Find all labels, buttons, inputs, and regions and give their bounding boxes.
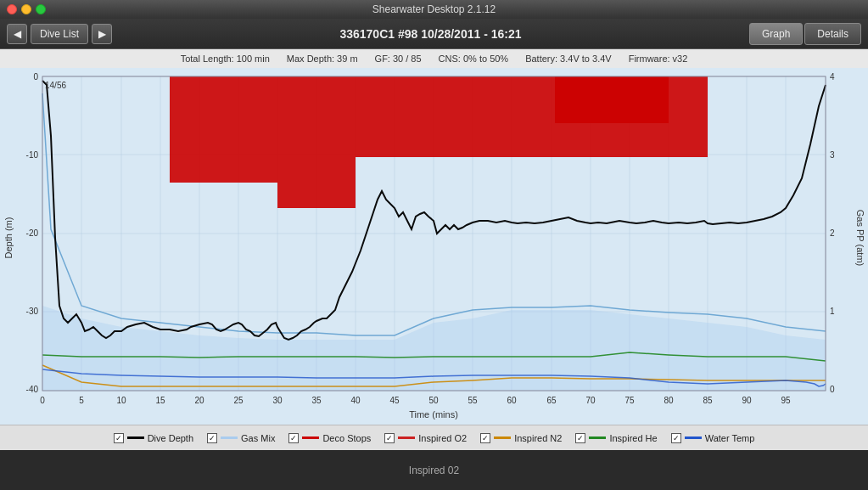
dive-list-button[interactable]: Dive List xyxy=(31,24,88,44)
svg-text:55: 55 xyxy=(468,396,478,405)
water-temp-label: Water Temp xyxy=(705,433,755,443)
cns-value: CNS: 0% to 50% xyxy=(439,54,509,64)
inspired-he-label: Inspired He xyxy=(609,433,657,443)
traffic-lights xyxy=(7,4,46,14)
svg-text:25: 25 xyxy=(233,396,244,405)
dive-title: 336170C1 #98 10/28/2011 - 16:21 xyxy=(112,27,749,41)
svg-rect-29 xyxy=(170,157,277,183)
svg-text:0: 0 xyxy=(33,72,38,82)
svg-text:40: 40 xyxy=(350,396,361,405)
svg-text:1: 1 xyxy=(830,307,835,316)
legend-gas-mix[interactable]: Gas Mix xyxy=(207,433,275,443)
gf-value: GF: 30 / 85 xyxy=(375,54,422,64)
inspired-02-label: Inspired 02 xyxy=(409,465,459,476)
dive-depth-color xyxy=(127,436,144,439)
view-tabs: Graph Details xyxy=(749,23,861,45)
chart-legend: Dive Depth Gas Mix Deco Stops Inspired O… xyxy=(0,425,868,450)
stats-bar: Total Length: 100 min Max Depth: 39 m GF… xyxy=(0,49,868,68)
legend-dive-depth[interactable]: Dive Depth xyxy=(114,433,193,443)
app-title: Shearwater Desktop 2.1.12 xyxy=(372,3,496,15)
svg-text:4: 4 xyxy=(830,72,835,82)
svg-text:80: 80 xyxy=(664,396,674,405)
close-button[interactable] xyxy=(7,4,17,14)
inspired-o2-label: Inspired O2 xyxy=(418,433,467,443)
legend-inspired-he[interactable]: Inspired He xyxy=(575,433,657,443)
inspired-n2-label: Inspired N2 xyxy=(514,433,562,443)
graph-tab[interactable]: Graph xyxy=(749,23,803,45)
svg-text:70: 70 xyxy=(585,396,596,405)
svg-text:90: 90 xyxy=(742,396,752,405)
total-length: Total Length: 100 min xyxy=(181,54,270,64)
legend-inspired-n2[interactable]: Inspired N2 xyxy=(480,433,562,443)
legend-deco-stops[interactable]: Deco Stops xyxy=(288,433,371,443)
gas-mix-color xyxy=(221,436,238,439)
details-tab[interactable]: Details xyxy=(804,23,861,45)
water-temp-checkbox[interactable] xyxy=(671,433,681,443)
inspired-n2-color xyxy=(494,436,511,439)
legend-inspired-o2[interactable]: Inspired O2 xyxy=(384,433,467,443)
nav-back-button[interactable]: ◀ xyxy=(7,24,27,44)
svg-text:30: 30 xyxy=(272,396,283,405)
svg-text:60: 60 xyxy=(507,396,517,405)
svg-text:50: 50 xyxy=(428,396,439,405)
svg-text:45: 45 xyxy=(389,396,400,405)
inspired-he-checkbox[interactable] xyxy=(575,433,585,443)
maximize-button[interactable] xyxy=(36,4,46,14)
svg-text:10: 10 xyxy=(116,396,126,405)
nav-forward-button[interactable]: ▶ xyxy=(92,24,112,44)
dive-depth-label: Dive Depth xyxy=(148,433,193,443)
svg-text:Depth (m): Depth (m) xyxy=(3,217,14,259)
svg-text:0: 0 xyxy=(830,385,835,394)
svg-text:75: 75 xyxy=(624,396,635,405)
svg-text:-30: -30 xyxy=(26,307,39,316)
chart-svg: 0 -10 -20 -30 -40 0 1 2 3 4 0 5 10 15 20… xyxy=(0,68,868,425)
toolbar: ◀ Dive List ▶ 336170C1 #98 10/28/2011 - … xyxy=(0,19,868,49)
inspired-o2-color xyxy=(398,436,415,439)
svg-text:20: 20 xyxy=(194,396,204,405)
minimize-button[interactable] xyxy=(21,4,31,14)
dive-chart: 0 -10 -20 -30 -40 0 1 2 3 4 0 5 10 15 20… xyxy=(0,68,868,425)
battery-value: Battery: 3.4V to 3.4V xyxy=(525,54,612,64)
dive-depth-checkbox[interactable] xyxy=(114,433,124,443)
legend-water-temp[interactable]: Water Temp xyxy=(671,433,755,443)
svg-rect-28 xyxy=(277,157,356,208)
svg-text:2: 2 xyxy=(830,228,835,238)
water-temp-color xyxy=(685,436,702,439)
svg-text:3: 3 xyxy=(830,150,835,160)
max-depth: Max Depth: 39 m xyxy=(287,54,358,64)
svg-text:35: 35 xyxy=(311,396,322,405)
svg-text:-20: -20 xyxy=(26,228,39,238)
svg-text:85: 85 xyxy=(703,396,713,405)
svg-text:15: 15 xyxy=(155,396,165,405)
inspired-he-color xyxy=(589,436,606,439)
svg-text:Gas PP (atm): Gas PP (atm) xyxy=(855,210,865,266)
svg-text:5: 5 xyxy=(79,396,84,405)
deco-stops-label: Deco Stops xyxy=(322,433,371,443)
svg-text:-40: -40 xyxy=(26,385,39,394)
firmware-value: Firmware: v32 xyxy=(629,54,688,64)
bottom-bar: Inspired 02 xyxy=(0,450,868,490)
gas-mix-checkbox[interactable] xyxy=(207,433,217,443)
deco-stops-checkbox[interactable] xyxy=(288,433,299,443)
inspired-o2-checkbox[interactable] xyxy=(384,433,395,443)
gas-mix-label: Gas Mix xyxy=(241,433,275,443)
svg-text:Time (mins): Time (mins) xyxy=(409,409,458,420)
svg-text:95: 95 xyxy=(781,396,791,405)
svg-text:65: 65 xyxy=(546,396,557,405)
svg-text:14/56: 14/56 xyxy=(45,81,66,90)
inspired-n2-checkbox[interactable] xyxy=(480,433,490,443)
svg-text:0: 0 xyxy=(40,396,45,405)
deco-stops-color xyxy=(302,436,319,439)
svg-rect-30 xyxy=(555,76,669,123)
title-bar: Shearwater Desktop 2.1.12 xyxy=(0,0,868,19)
svg-text:-10: -10 xyxy=(26,150,39,160)
